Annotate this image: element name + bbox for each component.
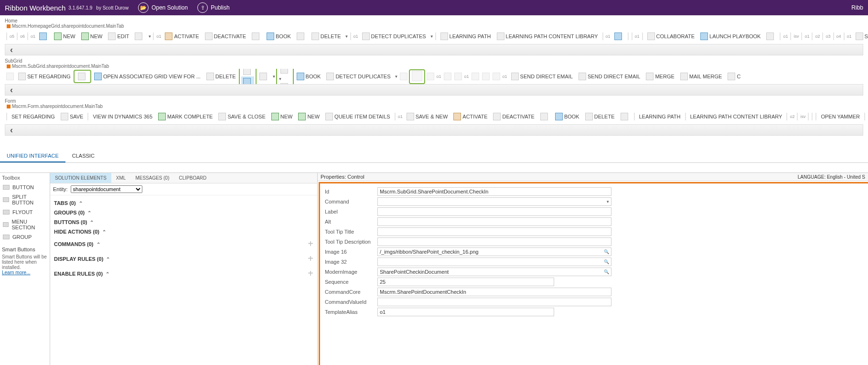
book-button[interactable]: BOOK [295, 71, 323, 82]
send-direct-email-button-2[interactable]: SEND DIRECT EMAIL [577, 71, 642, 82]
activate-button[interactable]: ACTIVATE [163, 31, 201, 42]
slot[interactable] [454, 73, 462, 80]
dropdown-icon[interactable]: ▼ [148, 34, 151, 39]
slot[interactable] [642, 32, 643, 40]
save-button[interactable]: SAVE [59, 111, 86, 122]
edit-button[interactable]: EDIT [106, 31, 131, 42]
prop-id-input[interactable]: Mscrm.SubGrid.SharePointDocument.CheckIn [377, 187, 611, 196]
slot[interactable] [602, 32, 603, 40]
slot[interactable] [395, 113, 396, 120]
slot[interactable] [864, 113, 865, 120]
new-button-2[interactable]: NEW [296, 111, 321, 122]
prop-templatealias-input[interactable]: o1 [377, 308, 554, 316]
list-button[interactable] [37, 31, 50, 42]
checkout-button[interactable] [241, 69, 254, 76]
prop-commandcore-input[interactable]: Mscrm.SharePointDocumentCheckIn [377, 288, 611, 296]
learning-path-button[interactable]: LEARNING PATH [637, 111, 683, 122]
tab-unified-interface[interactable]: UNIFIED INTERFACE [0, 150, 65, 162]
add-display-rule-button[interactable]: + [308, 253, 313, 264]
delete-button[interactable]: DELETE [204, 71, 238, 82]
book-button[interactable]: BOOK [553, 111, 581, 122]
acc-tabs[interactable]: TABS (0)⌃ [54, 198, 313, 208]
deactivate-button[interactable]: DEACTIVATE [491, 111, 536, 122]
slot[interactable] [790, 32, 791, 40]
prop-commandvalueid-input[interactable] [377, 298, 611, 306]
slot[interactable] [634, 113, 635, 120]
acc-enable-rules[interactable]: ENABLE RULES (0)⌃+ [54, 266, 313, 281]
tab-messages[interactable]: MESSAGES (0) [130, 173, 174, 183]
publish-button[interactable]: ⇪ Publish [197, 2, 229, 13]
more-button[interactable]: C [726, 71, 742, 82]
detect-duplicates-button[interactable]: DETECT DUPLICATES [324, 71, 392, 82]
toolbox-item-group[interactable]: GROUP [2, 232, 48, 242]
scroll-left-button[interactable] [5, 84, 863, 96]
prop-sequence-input[interactable]: 25 [377, 278, 554, 286]
toolbox-item-split-button[interactable]: SPLIT BUTTON [2, 192, 48, 207]
slot[interactable] [797, 113, 798, 120]
set-regarding-button[interactable]: SET REGARDING [16, 71, 73, 82]
slot[interactable] [472, 73, 479, 80]
grid-button[interactable] [133, 31, 146, 42]
add-command-button[interactable]: + [308, 238, 313, 249]
learning-lib-button[interactable]: LEARNING PATH CONTENT LIBRARY [495, 31, 600, 42]
slot[interactable] [780, 32, 781, 40]
slot[interactable] [412, 71, 422, 81]
slot[interactable] [808, 113, 809, 120]
learning-path-button[interactable]: LEARNING PATH [439, 31, 493, 42]
slot[interactable] [27, 32, 28, 40]
slot[interactable] [812, 113, 813, 120]
slot[interactable] [833, 32, 834, 40]
slot[interactable] [844, 32, 845, 40]
edit-button[interactable] [76, 71, 89, 82]
slot[interactable] [482, 73, 490, 80]
acc-buttons[interactable]: BUTTONS (0)⌃ [54, 217, 313, 227]
book-button[interactable]: BOOK [265, 31, 293, 42]
acc-commands[interactable]: COMMANDS (0)⌃+ [54, 236, 313, 251]
slot[interactable] [444, 73, 451, 80]
open-yammer-button[interactable]: OPEN YAMMER [819, 111, 862, 122]
view-d365-button[interactable]: VIEW IN DYNAMICS 365 [91, 111, 154, 122]
dropdown-icon[interactable]: ▼ [279, 77, 282, 81]
delete-button[interactable]: DELETE [583, 111, 617, 122]
assign-button[interactable] [619, 111, 632, 122]
slot[interactable] [400, 73, 407, 80]
deactivate-button[interactable]: DEACTIVATE [203, 31, 248, 42]
dropdown-icon[interactable]: ▼ [272, 75, 276, 79]
toolbox-item-flyout[interactable]: FLYOUT [2, 207, 48, 217]
slot[interactable] [87, 113, 88, 120]
tab-solution-elements[interactable]: SOLUTION ELEMENTS [50, 173, 111, 183]
slot[interactable] [153, 32, 154, 40]
prop-tooltip-title-input[interactable] [377, 227, 611, 236]
open-solution-button[interactable]: 📂 Open Solution [138, 2, 188, 13]
acc-hide-actions[interactable]: HIDE ACTIONS (0)⌃ [54, 227, 313, 236]
flow-button[interactable] [764, 31, 777, 42]
mark-complete-button[interactable]: MARK COMPLETE [156, 111, 214, 122]
learning-lib-button[interactable]: LEARNING PATH CONTENT LIBRARY [688, 111, 784, 122]
send-direct-email-button[interactable]: SEND DIRECT EMAIL [509, 71, 575, 82]
detect-duplicates-button[interactable]: DETECT DUPLICATES [360, 31, 428, 42]
new-button[interactable]: NEW [269, 111, 295, 122]
doc-button[interactable] [279, 69, 291, 75]
scroll-left-button[interactable] [5, 44, 863, 55]
mail-merge-button[interactable]: MAIL MERGE [678, 71, 724, 82]
prop-label-input[interactable] [377, 207, 611, 216]
slot[interactable] [628, 32, 629, 40]
prop-alt-input[interactable] [377, 217, 611, 226]
dropdown-icon[interactable]: ▼ [395, 75, 398, 79]
collaborate-button[interactable]: COLLABORATE [645, 31, 697, 42]
folder-button[interactable] [279, 82, 291, 84]
prop-image32-input[interactable] [377, 258, 611, 266]
merge-button[interactable]: MERGE [644, 71, 676, 82]
word-button[interactable] [612, 31, 625, 42]
slot[interactable] [17, 32, 18, 40]
checkin-button[interactable] [241, 76, 254, 84]
prop-image16-input[interactable]: /_imgs/ribbon/SharePoint_checkin_16.png [377, 247, 611, 256]
prop-command-select[interactable] [377, 197, 611, 206]
slot[interactable] [815, 113, 816, 120]
open-associated-button[interactable]: OPEN ASSOCIATED GRID VIEW FOR ... [92, 71, 203, 82]
save-new-button[interactable]: SAVE & NEW [405, 111, 450, 122]
slot[interactable] [435, 32, 436, 40]
save-close-button[interactable]: SAVE & CLOSE [216, 111, 267, 122]
queue-button[interactable]: QUEUE ITEM DETAILS [323, 111, 392, 122]
new-button-2[interactable]: NEW [79, 31, 105, 42]
